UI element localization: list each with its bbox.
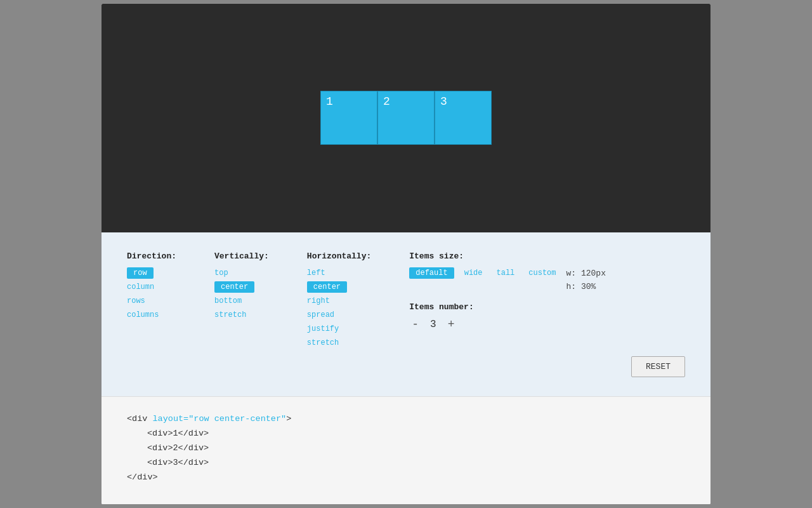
flex-box-1: 1 (320, 91, 377, 145)
code-line-4: <div>3</div> (127, 456, 685, 471)
horiz-right-btn[interactable]: right (307, 295, 330, 307)
items-number-row: - 3 + (409, 318, 685, 331)
items-number-label: Items number: (409, 302, 685, 312)
size-default-btn[interactable]: default (409, 267, 454, 279)
direction-group: Direction: row column rows columns (127, 251, 176, 323)
code-line-5: </div> (127, 471, 685, 485)
preview-area: 1 2 3 (102, 4, 710, 232)
size-wide-btn[interactable]: wide (461, 267, 487, 279)
reset-button[interactable]: RESET (631, 356, 685, 377)
vertically-label: Vertically: (214, 251, 269, 261)
code-line-3: <div>2</div> (127, 441, 685, 456)
vertically-group: Vertically: top center bottom stretch (214, 251, 269, 323)
horiz-center-btn[interactable]: center (307, 281, 347, 293)
custom-dims: w: 120px h: 30% (566, 267, 606, 294)
horizontally-group: Horizontally: left center right spread j… (307, 251, 371, 351)
h-label: h: (566, 282, 577, 291)
w-label: w: (566, 269, 577, 278)
items-number-value: 3 (430, 319, 436, 330)
horiz-justify-btn[interactable]: justify (307, 323, 339, 335)
dir-column-btn[interactable]: column (127, 281, 154, 293)
direction-label: Direction: (127, 251, 176, 261)
controls-area: Direction: row column rows columns Verti… (102, 232, 710, 397)
minus-btn[interactable]: - (409, 318, 421, 331)
flex-box-2: 2 (377, 91, 435, 145)
flex-box-3: 3 (435, 91, 492, 145)
horiz-stretch-btn[interactable]: stretch (307, 337, 339, 349)
main-container: 1 2 3 Direction: row column rows columns… (102, 4, 710, 504)
code-area: <div layout="row center-center"> <div>1<… (102, 396, 710, 504)
dir-rows-btn[interactable]: rows (127, 295, 145, 307)
size-custom-btn[interactable]: custom (525, 267, 560, 279)
controls-row: Direction: row column rows columns Verti… (127, 251, 685, 378)
horizontally-label: Horizontally: (307, 251, 371, 261)
items-size-group: Items size: default wide tall custom w: … (409, 251, 685, 378)
vert-center-btn[interactable]: center (214, 281, 254, 293)
dir-row-btn[interactable]: row (127, 267, 154, 279)
plus-btn[interactable]: + (445, 318, 457, 331)
horiz-left-btn[interactable]: left (307, 267, 325, 279)
size-dims-row: default wide tall custom w: 120px h: 30% (409, 267, 685, 294)
horiz-spread-btn[interactable]: spread (307, 309, 334, 321)
vert-stretch-btn[interactable]: stretch (214, 309, 246, 321)
code-attr: layout="row center-center" (153, 414, 287, 424)
vert-top-btn[interactable]: top (214, 267, 228, 279)
size-buttons: default wide tall custom (409, 267, 560, 279)
vert-bottom-btn[interactable]: bottom (214, 295, 242, 307)
size-tall-btn[interactable]: tall (493, 267, 519, 279)
dir-columns-btn[interactable]: columns (127, 309, 159, 321)
flex-demo: 1 2 3 (320, 91, 492, 145)
h-value: 30% (581, 282, 596, 291)
code-line-1: <div layout="row center-center"> (127, 412, 685, 427)
code-div-close-bracket: > (286, 414, 291, 424)
code-line-2: <div>1</div> (127, 427, 685, 441)
items-size-label: Items size: (409, 251, 685, 261)
w-value: 120px (581, 269, 606, 278)
code-div-open: <div (127, 414, 153, 424)
